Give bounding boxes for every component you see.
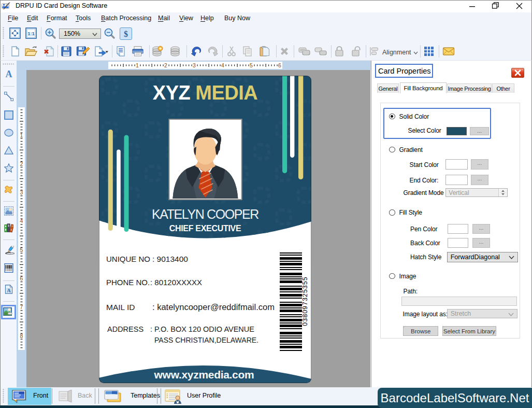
svg-text:: 80120XXXXX: : 80120XXXXX (150, 278, 202, 287)
svg-text:3: 3 (20, 189, 23, 195)
svg-text:5: 5 (20, 247, 23, 253)
svg-text:3: 3 (193, 62, 196, 68)
svg-text:CHIEF EXECUTIVE: CHIEF EXECUTIVE (169, 224, 241, 233)
svg-text:1: 1 (136, 62, 139, 68)
svg-text:A: A (5, 69, 12, 79)
svg-text:: P.O. BOX 120 ODIO AVENUE: : P.O. BOX 120 ODIO AVENUE (150, 325, 254, 333)
svg-text:UNIQUE NO: UNIQUE NO (106, 255, 150, 263)
svg-text:038097325355: 038097325355 (301, 276, 309, 326)
svg-text:2: 2 (20, 161, 23, 167)
svg-text:: 9013400: : 9013400 (152, 255, 188, 263)
svg-text:1:1: 1:1 (27, 31, 35, 36)
svg-text:7: 7 (20, 304, 23, 310)
svg-text:4: 4 (221, 62, 224, 68)
svg-text:8: 8 (20, 333, 23, 339)
svg-text:6: 6 (20, 275, 23, 282)
svg-text:1: 1 (20, 132, 23, 138)
svg-text:www.xyzmedia.com: www.xyzmedia.com (154, 369, 254, 381)
svg-text:: katelyncooper@reddifmail.com: : katelyncooper@reddifmail.com (152, 302, 275, 312)
svg-text:$: $ (124, 30, 128, 38)
svg-text:MAIL ID: MAIL ID (106, 303, 135, 312)
svg-text:ADDRESS: ADDRESS (107, 325, 143, 333)
svg-text:KATELYN COOPER: KATELYN COOPER (152, 207, 258, 221)
svg-text:6: 6 (278, 62, 281, 68)
svg-text:A: A (7, 288, 11, 293)
svg-text:2: 2 (164, 62, 167, 68)
svg-text:XYZ MEDIA: XYZ MEDIA (153, 82, 257, 104)
svg-text:4: 4 (20, 218, 23, 224)
svg-text:PHONE NO.: PHONE NO. (106, 278, 150, 287)
svg-text:5: 5 (250, 62, 253, 68)
svg-text:PASS CHRISTIAN,DELAWARE.: PASS CHRISTIAN,DELAWARE. (154, 336, 258, 344)
